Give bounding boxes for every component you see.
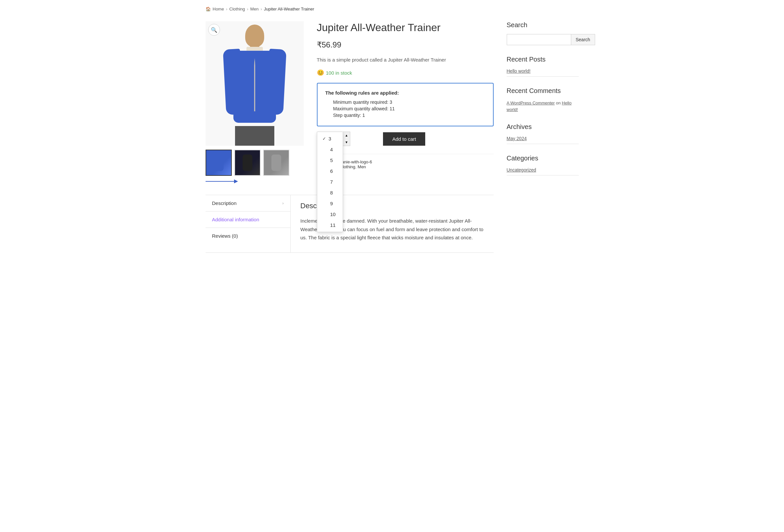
breadcrumb-current: Jupiter All-Weather Trainer bbox=[264, 6, 314, 11]
breadcrumb-sep-2: › bbox=[247, 6, 248, 11]
sidebar-recent-comments-title: Recent Comments bbox=[507, 87, 579, 94]
stock-icon: 😊 bbox=[317, 69, 324, 76]
dropdown-item-11[interactable]: 11 bbox=[317, 220, 343, 230]
tabs-section: Description › Additional information Rev… bbox=[205, 195, 494, 253]
sidebar-category-uncategorized[interactable]: Uncategorized bbox=[507, 167, 579, 175]
home-icon: 🏠 bbox=[205, 6, 211, 11]
dropdown-value: 4 bbox=[330, 147, 333, 152]
thumbnail-row bbox=[205, 150, 304, 176]
category-men[interactable]: Men bbox=[358, 164, 366, 169]
rules-list: Minimum quantity required: 3 Maximum qua… bbox=[326, 100, 485, 118]
thumbnail-3[interactable] bbox=[263, 150, 289, 176]
stock-status: 😊 100 in stock bbox=[317, 69, 494, 76]
add-to-cart-button[interactable]: Add to cart bbox=[383, 132, 425, 146]
search-input[interactable] bbox=[507, 34, 571, 45]
sidebar-recent-comments: Recent Comments A WordPress Commenter on… bbox=[507, 87, 579, 113]
tab-description[interactable]: Description › bbox=[205, 195, 290, 212]
quantity-spinner: ▲ ▼ bbox=[343, 132, 351, 146]
dropdown-value: 7 bbox=[330, 179, 333, 185]
product-details: Jupiter All-Weather Trainer ₹56.99 This … bbox=[317, 21, 494, 182]
dropdown-value: 5 bbox=[330, 158, 333, 163]
search-bar: Search bbox=[507, 34, 579, 45]
main-image: 🔍 bbox=[205, 21, 304, 146]
dropdown-value: 9 bbox=[330, 201, 333, 206]
tab-reviews-label: Reviews (0) bbox=[212, 233, 238, 239]
thumbnail-1[interactable] bbox=[205, 150, 232, 176]
sidebar-archives-title: Archives bbox=[507, 123, 579, 131]
quantity-dropdown[interactable]: ✓ 3 4 5 bbox=[317, 132, 343, 232]
dropdown-value: 3 bbox=[329, 136, 331, 141]
dropdown-value: 11 bbox=[330, 222, 336, 228]
product-price: ₹56.99 bbox=[317, 40, 494, 50]
thumbnail-2[interactable] bbox=[234, 150, 260, 176]
breadcrumb-sep-1: › bbox=[226, 6, 227, 11]
sidebar: Search Search Recent Posts Hello world! … bbox=[507, 21, 579, 253]
rule-min: Minimum quantity required: 3 bbox=[326, 100, 485, 105]
zoom-button[interactable]: 🔍 bbox=[208, 24, 220, 36]
sidebar-categories-title: Categories bbox=[507, 155, 579, 162]
dropdown-item-6[interactable]: 6 bbox=[317, 166, 343, 176]
search-button[interactable]: Search bbox=[571, 34, 595, 45]
breadcrumb-sep-3: › bbox=[260, 6, 262, 11]
breadcrumb-home[interactable]: Home bbox=[213, 6, 224, 11]
quantity-down-button[interactable]: ▼ bbox=[343, 139, 350, 146]
rules-box: The following rules are applied: Minimum… bbox=[317, 83, 494, 127]
quantity-up-button[interactable]: ▲ bbox=[343, 132, 350, 139]
rule-step: Step quantity: 1 bbox=[326, 113, 485, 118]
rule-max: Maximum quantity allowed: 11 bbox=[326, 106, 485, 111]
tab-additional-label: Additional information bbox=[212, 217, 259, 222]
breadcrumb-men[interactable]: Men bbox=[250, 6, 259, 11]
dropdown-value: 10 bbox=[330, 212, 336, 217]
product-area: 🔍 bbox=[205, 21, 494, 182]
tab-additional-information[interactable]: Additional information bbox=[205, 212, 290, 228]
archive-may-2024[interactable]: May 2024 bbox=[507, 136, 579, 144]
sidebar-search-section: Search Search bbox=[507, 21, 579, 45]
rules-title: The following rules are applied: bbox=[326, 90, 485, 95]
sidebar-recent-posts: Recent Posts Hello world! bbox=[507, 56, 579, 77]
checkmark-icon: ✓ bbox=[323, 136, 326, 141]
tab-description-label: Description bbox=[212, 200, 237, 206]
sidebar-recent-posts-title: Recent Posts bbox=[507, 56, 579, 63]
product-section: 🔍 bbox=[205, 21, 494, 253]
recent-post-hello-world[interactable]: Hello world! bbox=[507, 68, 579, 77]
dropdown-item-4[interactable]: 4 bbox=[317, 144, 343, 155]
comment-entry: A WordPress Commenter on Hello world! bbox=[507, 100, 579, 113]
sidebar-search-title: Search bbox=[507, 21, 579, 29]
product-images: 🔍 bbox=[205, 21, 304, 182]
tab-arrow-description: › bbox=[282, 201, 284, 205]
add-to-cart-row: 3 4 5 6 7 8 9 10 11 bbox=[317, 132, 494, 146]
dropdown-item-8[interactable]: 8 bbox=[317, 187, 343, 198]
dropdown-value: 6 bbox=[330, 168, 333, 174]
breadcrumb: 🏠 Home › Clothing › Men › Jupiter All-We… bbox=[205, 6, 579, 11]
dropdown-item-3[interactable]: ✓ 3 bbox=[317, 133, 343, 144]
tab-reviews[interactable]: Reviews (0) bbox=[205, 228, 290, 244]
sidebar-categories: Categories Uncategorized bbox=[507, 155, 579, 175]
dropdown-item-5[interactable]: 5 bbox=[317, 155, 343, 166]
sidebar-archives: Archives May 2024 bbox=[507, 123, 579, 144]
quantity-wrapper: 3 4 5 6 7 8 9 10 11 bbox=[317, 132, 351, 146]
stock-text: 100 in stock bbox=[326, 70, 352, 76]
breadcrumb-clothing[interactable]: Clothing bbox=[229, 6, 245, 11]
comment-on: on bbox=[556, 101, 562, 105]
product-description: This is a simple product called a Jupite… bbox=[317, 56, 494, 64]
product-title: Jupiter All-Weather Trainer bbox=[317, 21, 494, 34]
commenter-link[interactable]: A WordPress Commenter bbox=[507, 101, 555, 105]
dropdown-item-10[interactable]: 10 bbox=[317, 209, 343, 220]
dropdown-item-7[interactable]: 7 bbox=[317, 176, 343, 187]
dropdown-item-9[interactable]: 9 bbox=[317, 198, 343, 209]
dropdown-value: 8 bbox=[330, 190, 333, 195]
product-meta: SKU: woo-beanie-with-logo-6 Categories: … bbox=[317, 154, 494, 169]
